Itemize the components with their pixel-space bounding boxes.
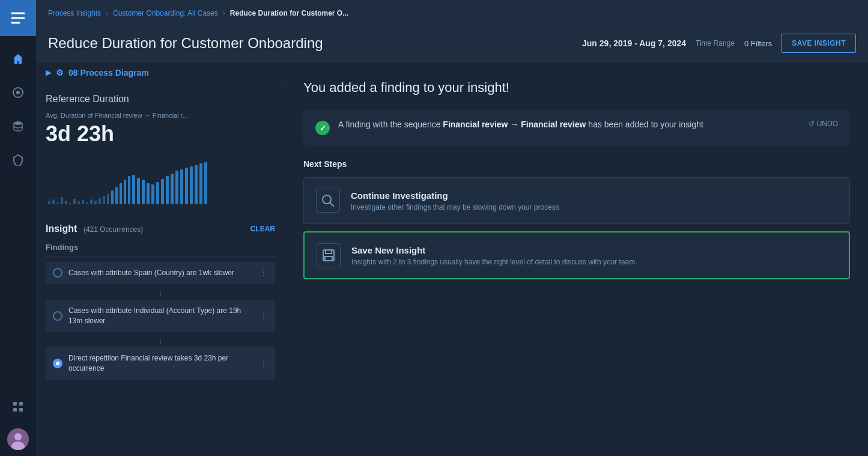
notification-text: A finding with the sequence Financial re… (338, 120, 800, 129)
save-new-insight-content: Save New Insight Insights with 2 to 3 fi… (351, 245, 837, 266)
svg-rect-14 (326, 250, 332, 254)
sidebar-item-home[interactable] (4, 44, 32, 73)
breadcrumb-sep-1: › (106, 9, 108, 17)
svg-line-12 (330, 203, 334, 207)
bar-30 (180, 169, 183, 204)
bar-29 (175, 171, 178, 204)
svg-point-2 (16, 91, 20, 94)
avatar[interactable] (7, 428, 29, 450)
finding-connector-2: ↓ (46, 334, 275, 347)
breadcrumb: Process Insights › Customer Onboarding: … (36, 0, 868, 26)
bar-31 (185, 168, 188, 204)
body-area: ▶ ⚙ 08 Process Diagram Reference Duratio… (36, 62, 868, 456)
date-range: Jun 29, 2019 - Aug 7, 2024 (582, 38, 686, 48)
svg-rect-7 (19, 408, 23, 412)
process-diagram-header[interactable]: ▶ ⚙ 08 Process Diagram (36, 62, 285, 84)
header-right: Jun 29, 2019 - Aug 7, 2024 Time Range 0 … (582, 34, 856, 53)
bar-10 (90, 199, 93, 204)
bar-6 (73, 199, 76, 204)
bar-9 (86, 202, 88, 205)
save-insight-button[interactable]: SAVE INSIGHT (782, 34, 856, 53)
bar-3 (61, 197, 63, 204)
svg-rect-5 (19, 402, 23, 406)
breadcrumb-sep-2: › (223, 9, 225, 17)
finding-item-2[interactable]: Cases with attribute Individual (Account… (46, 300, 275, 332)
bar-23 (147, 183, 150, 204)
finding-menu-3[interactable]: ⋮ (259, 359, 268, 368)
finding-added-title: You added a finding to your insight! (303, 80, 850, 96)
continue-investigating-content: Continue Investigating Investigate other… (351, 190, 837, 211)
bar-17 (120, 183, 122, 204)
clear-button[interactable]: CLEAR (250, 225, 275, 233)
insight-header-left: Insight (421 Occurrences) (46, 223, 143, 234)
finding-radio-2[interactable] (53, 311, 62, 321)
diagram-icon: ⚙ (56, 68, 64, 78)
finding-text-1: Cases with attribute Spain (Country) are… (68, 268, 253, 278)
svg-point-9 (14, 433, 22, 440)
page-header: Reduce Duration for Customer Onboarding … (36, 26, 868, 62)
reference-duration-title: Reference Duration (46, 94, 275, 105)
bar-33 (195, 165, 198, 204)
search-card-icon (316, 189, 340, 213)
sidebar-item-process[interactable] (4, 78, 32, 107)
page-title: Reduce Duration for Customer Onboarding (48, 35, 323, 52)
sidebar-item-database[interactable] (4, 112, 32, 141)
finding-radio-3[interactable] (53, 359, 62, 368)
insight-title: Insight (46, 223, 77, 234)
sequence-bold: Financial review → Financial review (443, 120, 586, 129)
bar-1 (52, 199, 55, 204)
duration-stat-value: 3d 23h (46, 121, 275, 147)
findings-label: Findings (46, 237, 275, 257)
save-new-insight-card[interactable]: Save New Insight Insights with 2 to 3 fi… (303, 231, 850, 279)
svg-point-3 (14, 121, 22, 125)
bar-25 (156, 182, 159, 204)
bar-18 (124, 180, 126, 204)
bar-15 (111, 190, 114, 204)
finding-menu-1[interactable]: ⋮ (259, 268, 268, 278)
bar-4 (65, 201, 67, 204)
continue-investigating-card[interactable]: Continue Investigating Investigate other… (303, 177, 850, 224)
undo-button[interactable]: ↺ UNDO (809, 120, 838, 128)
finding-text-3: Direct repetition Financial review takes… (68, 353, 253, 374)
breadcrumb-current: Reduce Duration for Customer O... (230, 9, 348, 17)
bar-7 (77, 201, 80, 204)
bar-35 (204, 162, 207, 204)
svg-rect-4 (13, 402, 17, 406)
app-logo[interactable] (0, 0, 36, 36)
collapse-arrow-icon: ▶ (46, 68, 51, 77)
save-new-insight-title: Save New Insight (351, 245, 837, 255)
finding-radio-1[interactable] (53, 268, 62, 278)
sidebar-bottom (4, 390, 32, 456)
finding-menu-2[interactable]: ⋮ (259, 311, 268, 321)
bar-12 (99, 198, 101, 205)
bar-chart (46, 156, 275, 204)
bar-32 (190, 166, 193, 204)
bar-22 (142, 180, 145, 204)
finding-item-1[interactable]: Cases with attribute Spain (Country) are… (46, 262, 275, 284)
bar-13 (103, 196, 105, 204)
undo-icon: ↺ (809, 120, 815, 128)
process-diagram-label: 08 Process Diagram (68, 68, 149, 78)
bar-20 (132, 175, 135, 204)
bar-19 (128, 176, 130, 204)
bar-5 (69, 203, 71, 204)
bar-24 (151, 184, 154, 204)
bar-27 (166, 176, 169, 204)
occurrences-badge: (421 Occurrences) (83, 225, 143, 234)
sidebar-item-shield[interactable] (4, 145, 32, 174)
main-content: Process Insights › Customer Onboarding: … (36, 0, 868, 456)
bar-2 (56, 202, 59, 205)
finding-connector-1: ↓ (46, 287, 275, 300)
breadcrumb-link-process-insights[interactable]: Process Insights (48, 9, 101, 17)
undo-label: UNDO (817, 120, 838, 128)
bar-28 (171, 174, 174, 204)
sidebar-item-grid[interactable] (4, 392, 32, 421)
finding-item-3[interactable]: Direct repetition Financial review takes… (46, 347, 275, 380)
breadcrumb-link-customer-onboarding[interactable]: Customer Onboarding: All Cases (113, 9, 218, 17)
save-card-icon (317, 243, 341, 267)
bar-34 (199, 163, 202, 204)
bar-26 (161, 179, 164, 204)
svg-rect-15 (325, 257, 332, 261)
right-panel: You added a finding to your insight! A f… (285, 62, 868, 456)
filters-badge: 0 Filters (744, 39, 772, 48)
